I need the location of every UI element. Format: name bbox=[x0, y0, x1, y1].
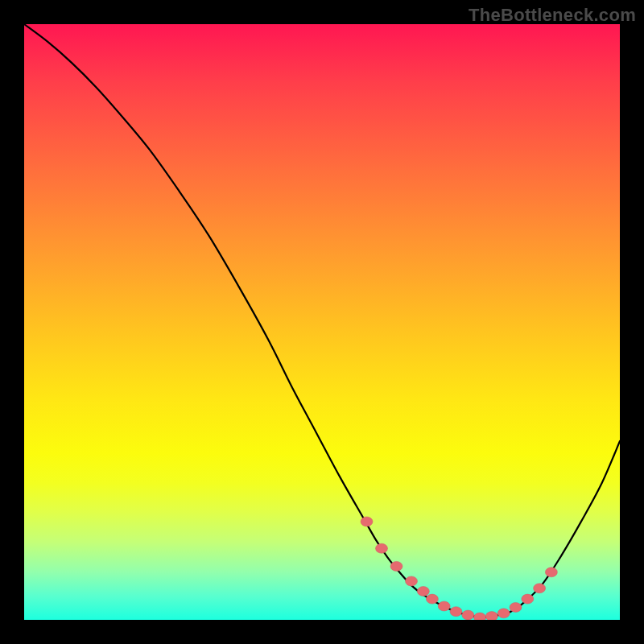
marker-point bbox=[510, 602, 522, 612]
chart-frame: TheBottleneck.com bbox=[0, 0, 644, 644]
marker-point bbox=[534, 584, 546, 593]
marker-point bbox=[406, 576, 418, 586]
marker-point bbox=[450, 607, 462, 617]
marker-point bbox=[426, 594, 438, 604]
marker-point bbox=[417, 586, 429, 596]
marker-point bbox=[545, 568, 557, 577]
marker-point bbox=[497, 609, 510, 618]
chart-svg bbox=[24, 24, 620, 620]
marker-point bbox=[376, 543, 388, 553]
watermark-text: TheBottleneck.com bbox=[469, 5, 636, 26]
marker-point bbox=[485, 612, 497, 620]
marker-point bbox=[361, 517, 373, 526]
curve-markers bbox=[361, 517, 557, 620]
marker-point bbox=[390, 561, 402, 571]
marker-point bbox=[438, 601, 450, 611]
bottleneck-curve bbox=[24, 24, 620, 617]
marker-point bbox=[474, 613, 486, 620]
marker-point bbox=[462, 610, 474, 620]
marker-point bbox=[522, 594, 534, 604]
